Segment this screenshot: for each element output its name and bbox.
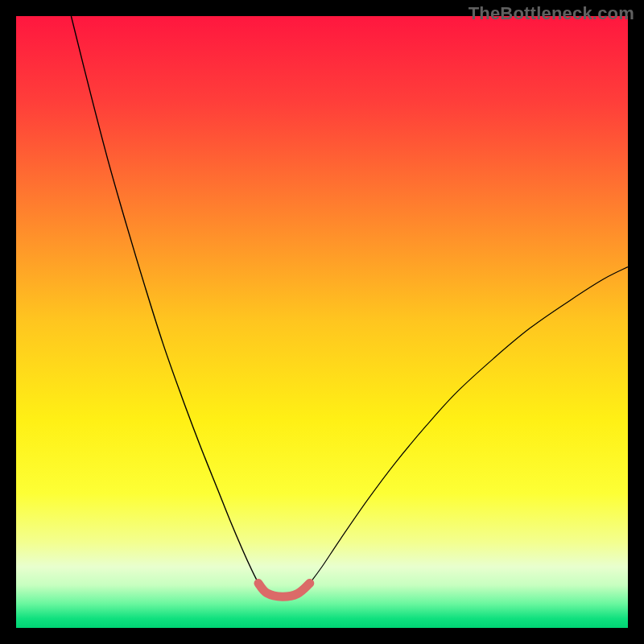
series-left-branch — [71, 16, 258, 584]
watermark-label: TheBottleneck.com — [469, 3, 634, 24]
chart-frame: TheBottleneck.com — [0, 0, 644, 644]
plot-area — [16, 16, 628, 628]
series-right-branch — [310, 267, 628, 584]
series-highlight-segment — [258, 584, 310, 597]
curve-layer — [16, 16, 628, 628]
